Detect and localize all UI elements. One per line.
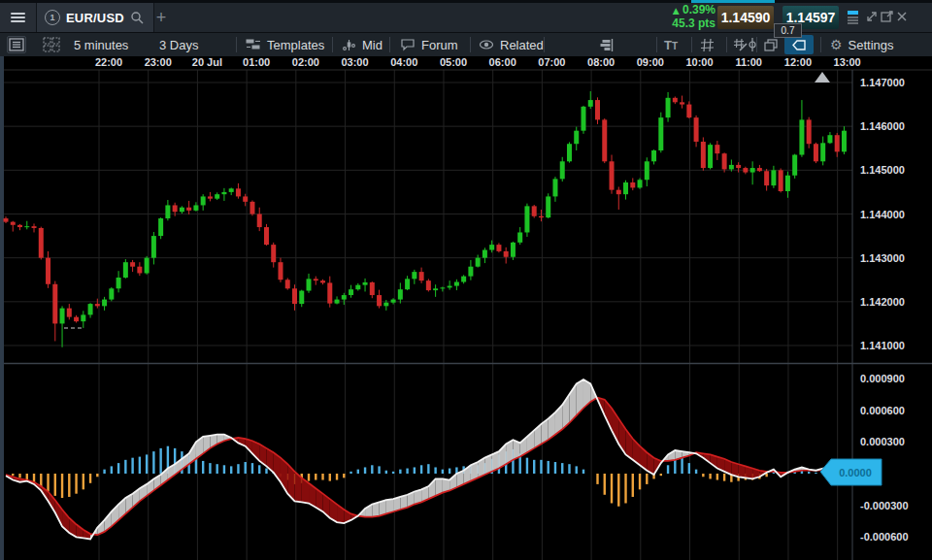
crosshair-stem-icon (746, 37, 759, 52)
tab-number-icon: 1 (45, 10, 60, 25)
expand-icon[interactable] (864, 9, 880, 24)
main-menu-button[interactable] (0, 3, 37, 32)
grid-toggle-button[interactable] (700, 33, 715, 56)
gear-icon: ⚙ (830, 37, 843, 52)
change-display: ▲ 0.39% 45.3 pts (600, 4, 716, 30)
time-axis-label: 07:00 (538, 56, 565, 68)
header-bar: 1 EUR/USD + ▲ 0.39% 45.3 pts 1.14590 1.1… (0, 0, 932, 33)
templates-label: Templates (267, 38, 324, 52)
window-top-strip (0, 0, 932, 3)
time-axis-label: 22:00 (95, 56, 122, 68)
text-TT-icon: TT (664, 38, 678, 52)
time-axis-label: 05:00 (440, 56, 467, 68)
forum-button[interactable]: Forum (400, 33, 458, 56)
symbol-tab[interactable]: 1 EUR/USD (37, 3, 154, 32)
price-axis-label: 1.147000 (860, 77, 905, 88)
price-axis-label: 1.146000 (860, 120, 905, 132)
related-button[interactable]: Related (479, 33, 544, 56)
time-axis-label: 23:00 (145, 56, 172, 68)
time-axis-label: 08:00 (587, 56, 615, 68)
search-icon[interactable] (130, 11, 144, 24)
time-axis-label: 11:00 (735, 56, 762, 68)
indicator-value-tag-text: 0.0000 (839, 467, 872, 478)
journal-button[interactable] (7, 33, 26, 56)
price-axis-label: 1.142000 (860, 296, 905, 308)
time-axis-label: 06:00 (489, 56, 516, 68)
price-tag-icon (791, 39, 807, 51)
eye-icon (479, 39, 494, 50)
volume-profile-icon (599, 38, 615, 52)
time-axis-label: 10:00 (685, 56, 713, 68)
change-points: 45.3 pts (600, 17, 716, 30)
new-tab-button[interactable]: + (148, 3, 175, 32)
change-percent: 0.39% (682, 3, 716, 16)
volume-profile-button[interactable] (599, 33, 615, 56)
crosshair-button[interactable] (746, 33, 759, 56)
scroll-to-latest-arrow[interactable] (815, 72, 830, 82)
text-annotation-button[interactable]: TT (664, 33, 678, 56)
related-label: Related (500, 38, 544, 52)
mid-label: Mid (362, 38, 383, 52)
time-axis-label: 09:00 (637, 56, 664, 68)
forum-bubble-icon (400, 38, 416, 51)
mid-price-button[interactable]: Mid (342, 33, 383, 56)
forum-label: Forum (421, 38, 458, 52)
layers-icon (763, 38, 779, 52)
indicator-axis-label: -0.000300 (860, 500, 909, 511)
layout-grid-icon (43, 37, 60, 52)
range-button[interactable]: 3 Days (159, 33, 198, 56)
candlestick-and-indicator-chart[interactable]: 22:0023:0020 Jul01:0002:0003:0004:0005:0… (0, 56, 932, 560)
journal-list-icon (7, 36, 26, 53)
indicator-axis-label: -0.000600 (860, 531, 909, 543)
layout-grid-button[interactable] (43, 33, 60, 56)
time-axis-label: 20 Jul (192, 56, 222, 68)
chart-left-edge-strip (0, 56, 4, 560)
close-icon[interactable] (894, 9, 910, 24)
timeframe-button[interactable]: 5 minutes (74, 33, 128, 56)
time-axis-label: 02:00 (292, 56, 319, 68)
up-triangle-icon: ▲ (673, 6, 680, 16)
templates-button[interactable]: Templates (246, 33, 324, 56)
dom-panel-icon[interactable] (847, 9, 862, 24)
mid-chart-icon (342, 38, 356, 52)
time-axis-label: 04:00 (390, 56, 417, 68)
price-axis-label: 1.145000 (860, 164, 905, 176)
bid-price-button[interactable]: 1.14590 (717, 6, 774, 29)
symbol-name: EUR/USD (66, 11, 124, 25)
popout-window-icon[interactable] (880, 9, 895, 24)
spread-value: 0.7 (774, 23, 802, 38)
time-axis-label: 01:00 (243, 56, 270, 68)
trading-platform-window: 1 EUR/USD + ▲ 0.39% 45.3 pts 1.14590 1.1… (0, 0, 932, 560)
settings-label: Settings (849, 38, 894, 52)
grid-hash-icon (700, 38, 715, 52)
price-tag-toggle-active[interactable] (784, 35, 814, 54)
price-axis-label: 1.143000 (860, 252, 905, 264)
indicator-axis-label: 0.000600 (860, 405, 905, 416)
settings-button[interactable]: ⚙ Settings (830, 33, 894, 56)
sliders-icon (246, 38, 261, 51)
teal-accent-strip (691, 0, 775, 3)
price-axis-label: 1.144000 (860, 209, 905, 220)
price-axis-label: 1.141000 (860, 340, 905, 351)
hamburger-icon (11, 11, 25, 24)
time-axis-label: 03:00 (341, 56, 368, 68)
indicator-axis-label: 0.000300 (860, 436, 905, 447)
time-axis-label: 12:00 (784, 56, 812, 68)
time-axis-label: 13:00 (834, 56, 861, 68)
indicator-axis-label: 0.000900 (860, 373, 905, 384)
